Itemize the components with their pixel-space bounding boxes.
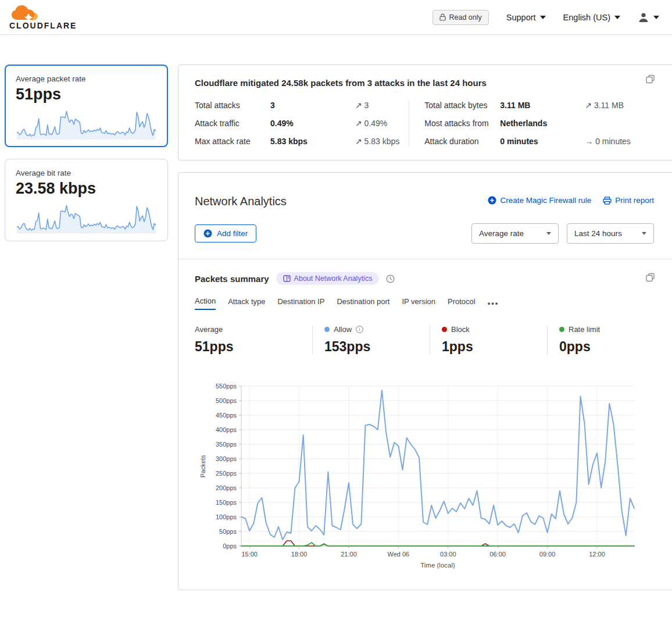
metric-card-label: Average packet rate [16, 74, 157, 83]
chevron-down-icon [546, 232, 551, 235]
stat-value: Netherlands [500, 119, 580, 128]
plus-circle-icon [488, 196, 496, 205]
metric-select[interactable]: Average rate [471, 223, 559, 244]
summary-stat-row: Attack duration0 minutes→ 0 minutes [424, 137, 667, 146]
lock-icon [439, 13, 446, 21]
time-range-select[interactable]: Last 24 hours [567, 223, 654, 244]
support-menu[interactable]: Support [506, 13, 546, 22]
svg-text:06:00: 06:00 [489, 551, 506, 558]
create-magic-firewall-rule-link[interactable]: Create Magic Firewall rule [488, 196, 591, 205]
svg-text:350pps: 350pps [216, 441, 237, 448]
copy-icon[interactable] [646, 273, 655, 284]
packets-time-series-chart[interactable]: 0pps50pps100pps150pps200pps250pps300pps3… [196, 380, 667, 576]
metric-card-value: 23.58 kbps [16, 180, 157, 198]
metric-card-value: 51pps [16, 85, 157, 104]
series-stat-value: 51pps [195, 339, 312, 355]
print-report-label: Print report [615, 196, 654, 205]
brand-wordmark: CLOUDFLARE [9, 21, 77, 30]
stat-trend: → 0 minutes [585, 137, 667, 146]
series-stat-block: Block1pps [430, 325, 547, 355]
series-stat-rate-limit: Rate limit0pps [547, 325, 664, 355]
stat-value: 0.49% [270, 119, 351, 128]
series-stat-value: 153pps [324, 339, 430, 355]
stat-value: 5.83 kbps [270, 137, 351, 146]
stat-trend: ↗ 3.11 MB [585, 101, 667, 110]
series-stat-average: Average51pps [195, 325, 312, 355]
series-stat-value: 0pps [559, 339, 664, 355]
metric-card-packet-rate[interactable]: Average packet rate51pps [5, 65, 168, 147]
metric-card-bit-rate[interactable]: Average bit rate23.58 kbps [5, 159, 168, 241]
stat-label: Total attack bytes [424, 101, 495, 110]
tab-ip-version[interactable]: IP version [402, 297, 435, 309]
chevron-down-icon [540, 16, 546, 19]
summary-right-stats: Total attack bytes3.11 MB↗ 3.11 MBMost a… [409, 101, 667, 146]
account-menu[interactable] [638, 12, 659, 23]
sparkline-chart [16, 201, 157, 235]
svg-text:100pps: 100pps [216, 513, 237, 520]
series-stat-value: 1pps [442, 339, 547, 355]
stat-label: Attack traffic [195, 119, 266, 128]
read-only-badge: Read only [432, 10, 489, 25]
legend-dot [442, 327, 447, 332]
legend-dot [324, 327, 330, 332]
summary-title: Cloudflare mitigated 24.58k packets from… [195, 78, 667, 88]
about-network-analytics-badge[interactable]: About Network Analytics [276, 272, 380, 285]
chevron-down-icon [614, 16, 620, 19]
series-stat-label: Rate limit [569, 325, 600, 334]
network-analytics-card: Network Analytics Create Magic Firewall … [178, 172, 672, 590]
language-menu[interactable]: English (US) [563, 13, 620, 22]
tabs-overflow-button[interactable]: ••• [488, 299, 499, 308]
tab-action[interactable]: Action [195, 297, 216, 310]
chart-svg: 0pps50pps100pps150pps200pps250pps300pps3… [196, 380, 645, 573]
stat-label: Total attacks [195, 101, 266, 110]
add-filter-label: Add filter [217, 229, 248, 238]
series-stat-allow: Allow153pps [312, 325, 430, 355]
chevron-down-icon [642, 232, 646, 235]
attack-summary-card: Cloudflare mitigated 24.58k packets from… [178, 65, 672, 160]
svg-text:09:00: 09:00 [539, 551, 556, 558]
top-header: CLOUDFLARE Read only Support English (US… [0, 0, 672, 35]
svg-text:550pps: 550pps [216, 383, 237, 390]
tab-protocol[interactable]: Protocol [448, 297, 476, 309]
summary-stat-row: Max attack rate5.83 kbps↗ 5.83 kbps [195, 137, 409, 146]
svg-text:250pps: 250pps [216, 470, 237, 477]
summary-stat-row: Attack traffic0.49%↗ 0.49% [195, 119, 409, 128]
series-stat-label: Average [195, 325, 223, 334]
summary-left-stats: Total attacks3↗ 3Attack traffic0.49%↗ 0.… [195, 101, 409, 146]
svg-text:50pps: 50pps [219, 528, 237, 535]
stat-label: Max attack rate [195, 137, 266, 146]
legend-dot [559, 327, 564, 332]
stat-trend: ↗ 5.83 kbps [355, 137, 409, 146]
cloudflare-logo[interactable]: CLOUDFLARE [9, 5, 77, 30]
svg-text:21:00: 21:00 [341, 551, 357, 558]
svg-text:300pps: 300pps [216, 455, 237, 462]
read-only-label: Read only [449, 13, 482, 22]
svg-text:12:00: 12:00 [589, 551, 605, 558]
sparkline-chart [16, 107, 157, 141]
tab-destination-ip[interactable]: Destination IP [277, 297, 324, 309]
network-analytics-title: Network Analytics [195, 195, 287, 208]
dimension-tabs: ActionAttack typeDestination IPDestinati… [195, 297, 667, 310]
print-report-link[interactable]: Print report [603, 196, 654, 205]
svg-text:450pps: 450pps [216, 412, 237, 419]
svg-text:0pps: 0pps [223, 543, 237, 550]
book-icon [283, 275, 291, 282]
copy-icon[interactable] [646, 74, 655, 86]
tab-attack-type[interactable]: Attack type [228, 297, 265, 309]
svg-text:150pps: 150pps [216, 499, 237, 506]
tab-destination-port[interactable]: Destination port [337, 297, 389, 309]
add-filter-button[interactable]: Add filter [195, 224, 256, 242]
stat-label: Attack duration [424, 137, 495, 146]
info-icon[interactable] [356, 326, 363, 333]
metric-card-label: Average bit rate [16, 169, 157, 177]
about-badge-label: About Network Analytics [294, 274, 373, 283]
packets-summary-title: Packets summary [195, 274, 269, 284]
summary-stat-row: Total attacks3↗ 3 [195, 101, 409, 110]
metric-card-list: Average packet rate51ppsAverage bit rate… [5, 65, 168, 241]
section-divider [178, 259, 672, 259]
plus-circle-icon [203, 229, 212, 238]
svg-text:03:00: 03:00 [440, 551, 456, 558]
metric-select-value: Average rate [479, 229, 524, 238]
clock-icon[interactable] [386, 274, 395, 283]
stat-trend: ↗ 0.49% [355, 119, 409, 128]
